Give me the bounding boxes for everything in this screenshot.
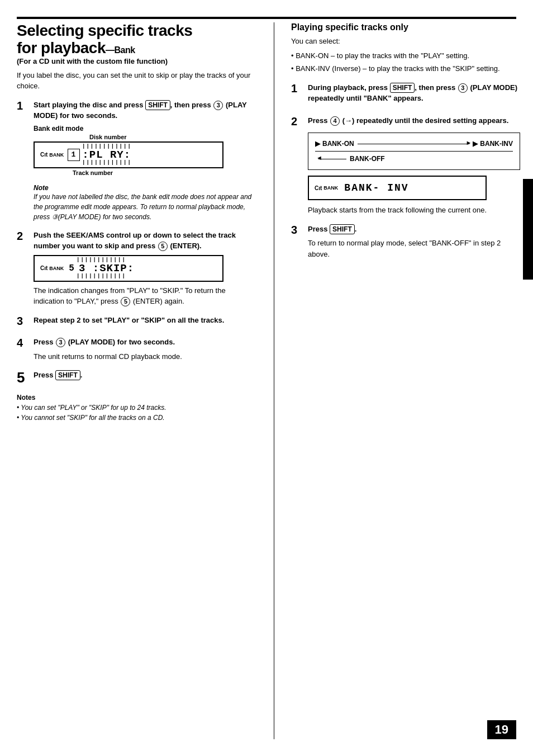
shift-key-3: SHIFT <box>390 83 415 93</box>
flow-bottom: BANK-OFF ◄ <box>315 151 513 163</box>
flow-top: ▶ BANK-ON ► ▶ BANK-INV <box>315 140 513 148</box>
step-5-number: 5 <box>17 370 29 386</box>
right-step-1-content: During playback, press SHIFT, then press… <box>308 82 520 107</box>
step-5: 5 Press SHIFT. <box>17 370 257 386</box>
right-step-1-number: 1 <box>291 82 303 94</box>
page-number: 19 <box>487 720 516 739</box>
step-3-title: Repeat step 2 to set "PLAY" or "SKIP" on… <box>34 315 257 326</box>
note-section: Note If you have not labelled the disc, … <box>34 184 257 222</box>
left-column: Selecting specific tracks for playback—B… <box>17 22 257 739</box>
right-step-3-body: To return to normal play mode, select "B… <box>308 238 520 259</box>
right-section-title: Playing specific tracks only <box>291 22 520 32</box>
step-4: 4 Press 3 (PLAY MODE) for two seconds. T… <box>17 337 257 362</box>
notes-bottom: Notes You can set "PLAY" or "SKIP" for u… <box>17 394 257 423</box>
lcd-inner-1: |||||||||||| Cıt BANK 1 :PL RY: ||||||||… <box>40 149 217 161</box>
right-arrow-1: ► <box>465 139 472 146</box>
bank-inv-label: BANK-INV <box>480 140 513 148</box>
step-1-number: 1 <box>17 100 29 112</box>
step-2-body: The indication changes from "PLAY" to "S… <box>34 285 257 307</box>
lcd-display-1: |||||||||||| Cıt BANK 1 :PL RY: ||||||||… <box>34 141 223 168</box>
right-step-2: 2 Press 4 (→) repeatedly until the desir… <box>291 115 520 216</box>
notes-bottom-title: Notes <box>17 394 257 401</box>
right-intro: You can select: <box>291 36 520 47</box>
note-text: If you have not labelled the disc, the b… <box>34 192 257 222</box>
bullet-2: BANK-INV (Inverse) – to play the tracks … <box>291 63 520 74</box>
step-1-content: Start playing the disc and press SHIFT, … <box>34 100 257 176</box>
button-5b: 5 <box>121 297 130 306</box>
button-5a: 5 <box>158 242 168 251</box>
right-step-2-number: 2 <box>291 115 303 127</box>
flow-line-1: ► <box>358 144 470 144</box>
right-step-3-title: Press SHIFT. <box>308 224 520 235</box>
step-3-number: 3 <box>17 315 29 327</box>
shift-key-4: SHIFT <box>330 224 355 234</box>
title-subtitle: (For a CD unit with the custom file func… <box>17 57 257 65</box>
lcd-display-2: |||||||||||| Cıt BANK 5 3 :SKIP: |||||||… <box>34 255 223 282</box>
flow-line-2: ◄ <box>318 159 346 159</box>
bank-off-label: BANK-OFF <box>350 155 385 163</box>
shift-key: SHIFT <box>145 100 170 110</box>
right-step-1: 1 During playback, press SHIFT, then pre… <box>291 82 520 107</box>
bank-flow-diagram: ▶ BANK-ON ► ▶ BANK-INV BANK-OFF <box>308 133 520 170</box>
step-1: 1 Start playing the disc and press SHIFT… <box>17 100 257 176</box>
step-4-number: 4 <box>17 337 29 349</box>
step-2: 2 Push the SEEK/AMS control up or down t… <box>17 230 257 307</box>
step-4-content: Press 3 (PLAY MODE) for two seconds. The… <box>34 337 257 362</box>
lcd-inner-2: |||||||||||| Cıt BANK 5 3 :SKIP: |||||||… <box>40 262 217 275</box>
button-4: 4 <box>330 116 340 126</box>
right-black-bar <box>523 179 533 280</box>
notes-item-2: You cannot set "SKIP" for all the tracks… <box>17 413 257 423</box>
left-arrow: ◄ <box>316 154 322 161</box>
right-step-2-body: Playback starts from the track following… <box>308 205 520 216</box>
button-3: 3 <box>213 101 223 110</box>
right-step-2-content: Press 4 (→) repeatedly until the desired… <box>308 115 520 216</box>
shift-key-2: SHIFT <box>55 370 80 380</box>
bank-on-label: BANK-ON <box>322 140 354 148</box>
page-title: Selecting specific tracks for playback—B… <box>17 22 257 65</box>
step-3: 3 Repeat step 2 to set "PLAY" or "SKIP" … <box>17 315 257 329</box>
disk-label: Disk number <box>89 134 257 140</box>
right-step-3-content: Press SHIFT. To return to normal play mo… <box>308 224 520 260</box>
notes-item-1: You can set "PLAY" or "SKIP" for up to 2… <box>17 403 257 413</box>
repeatedly-text: repeatedly until the <box>356 116 423 125</box>
step-1-title: Start playing the disc and press SHIFT, … <box>34 100 257 121</box>
intro-text: If you label the disc, you can set the u… <box>17 70 257 92</box>
button-3b: 3 <box>56 338 65 347</box>
title-main: Selecting specific tracks for playback—B… <box>17 22 257 57</box>
bank-edit-label: Bank edit mode <box>34 125 257 133</box>
flow-arrow-2: ▶ <box>473 140 478 148</box>
step-2-title: Push the SEEK/AMS control up or down to … <box>34 230 257 252</box>
right-step-3: 3 Press SHIFT. To return to normal play … <box>291 224 520 260</box>
step-2-number: 2 <box>17 230 29 242</box>
step-2-content: Push the SEEK/AMS control up or down to … <box>34 230 257 307</box>
right-column: Playing specific tracks only You can sel… <box>274 22 520 739</box>
button-3c: 3 <box>458 83 468 93</box>
step-5-title: Press SHIFT. <box>34 370 257 381</box>
right-step-3-number: 3 <box>291 224 303 236</box>
bullet-1: BANK-ON – to play the tracks with the "P… <box>291 50 520 62</box>
flow-arrow-1: ▶ <box>315 140 320 148</box>
note-title: Note <box>34 184 257 192</box>
right-step-1-title: During playback, press SHIFT, then press… <box>308 82 520 104</box>
step-5-content: Press SHIFT. <box>34 370 257 384</box>
track-number-label: Track number <box>73 169 257 176</box>
page-container: Selecting specific tracks for playback—B… <box>0 0 533 756</box>
right-step-2-title: Press 4 (→) repeatedly until the desired… <box>308 115 520 126</box>
step-4-title: Press 3 (PLAY MODE) for two seconds. <box>34 337 257 348</box>
content-columns: Selecting specific tracks for playback—B… <box>17 22 516 739</box>
lcd-bank-display: Cıt BANK BANK- INV <box>308 176 487 200</box>
step-4-body: The unit returns to normal CD playback m… <box>34 351 257 362</box>
step-3-content: Repeat step 2 to set "PLAY" or "SKIP" on… <box>34 315 257 329</box>
top-rule <box>17 17 516 19</box>
